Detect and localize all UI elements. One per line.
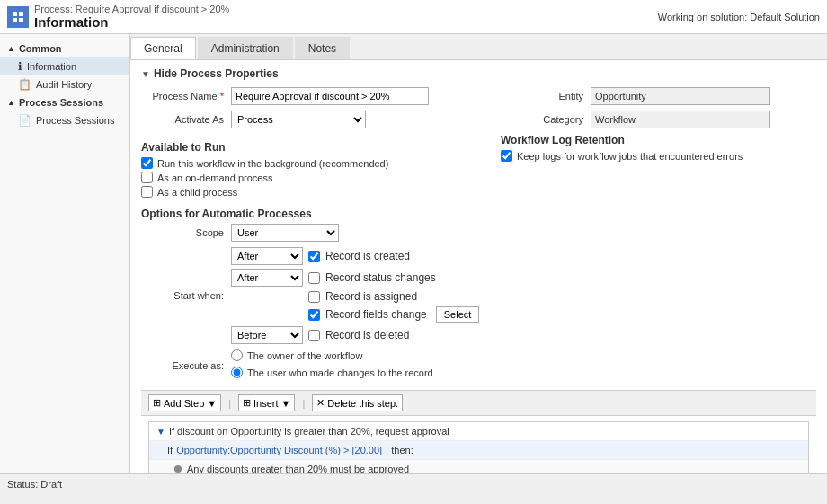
two-col-layout: Process Name Activate As Process Entity xyxy=(141,87,816,134)
header-working-on: Working on solution: Default Solution xyxy=(658,12,820,22)
start-when-row2: After Record status changes xyxy=(231,269,479,287)
scope-label: Scope xyxy=(141,227,231,238)
checkbox-on-demand[interactable] xyxy=(141,172,153,183)
checkbox-child[interactable] xyxy=(141,186,153,198)
retention-checkbox[interactable] xyxy=(501,150,512,162)
radio-user[interactable] xyxy=(231,367,243,378)
entity-value: Opportunity xyxy=(591,87,770,105)
checkbox-record-status[interactable] xyxy=(308,272,320,284)
record-status-label: Record status changes xyxy=(325,271,436,284)
insert-arrow: ▼ xyxy=(281,398,291,409)
record-deleted-label: Record is deleted xyxy=(325,329,409,341)
info-icon: ℹ xyxy=(18,60,22,73)
sub-step-row: Any discounts greater than 20% must be a… xyxy=(149,460,808,473)
add-step-icon: ⊞ xyxy=(153,397,161,409)
step-1-text: If discount on Opportunity is greater th… xyxy=(169,426,449,437)
hide-properties-label: Hide Process Properties xyxy=(154,67,279,80)
svg-rect-3 xyxy=(19,18,23,22)
select-button[interactable]: Select xyxy=(436,306,480,323)
before-select[interactable]: Before xyxy=(231,326,303,344)
step-1-collapse[interactable]: ▼ xyxy=(156,427,165,437)
category-value: Workflow xyxy=(591,111,770,128)
activate-as-select[interactable]: Process xyxy=(231,111,366,128)
available-to-run-title: Available to Run xyxy=(141,141,483,154)
sidebar-common-label: Common xyxy=(19,43,62,54)
after-select-1[interactable]: After xyxy=(231,247,303,265)
execute-owner-label: The owner of the workflow xyxy=(247,350,362,361)
retention-checkbox-row: Keep logs for workflow jobs that encount… xyxy=(501,150,816,162)
sidebar-item-information[interactable]: ℹ Information xyxy=(0,57,129,75)
step-2-suffix: , then: xyxy=(386,445,414,455)
start-when-row5: Before Record is deleted xyxy=(231,326,479,344)
step-2-link[interactable]: Opportunity:Opportunity Discount (%) > [… xyxy=(176,445,382,455)
sidebar-item-audit-history[interactable]: 📋 Audit History xyxy=(0,75,129,93)
svg-rect-0 xyxy=(13,12,17,16)
sidebar-process-sessions-label: Process Sessions xyxy=(19,97,103,108)
svg-rect-1 xyxy=(19,12,23,16)
toolbar-sep2: | xyxy=(302,398,305,409)
scope-select[interactable]: User xyxy=(231,224,339,242)
sidebar-sessions-label: Process Sessions xyxy=(36,115,114,126)
execute-as-row: Execute as: The owner of the workflow Th… xyxy=(141,349,816,381)
add-step-label: Add Step xyxy=(164,398,204,409)
category-label: Category xyxy=(501,114,591,125)
delete-step-button[interactable]: ✕ Delete this step. xyxy=(312,394,403,411)
header-icon xyxy=(7,6,29,28)
checkbox-record-created[interactable] xyxy=(308,251,320,262)
insert-button[interactable]: ⊞ Insert ▼ xyxy=(238,394,295,411)
process-name-input[interactable] xyxy=(231,87,429,105)
tab-notes[interactable]: Notes xyxy=(295,37,350,59)
execute-user-label: The user who made changes to the record xyxy=(247,367,433,378)
insert-icon: ⊞ xyxy=(243,397,251,409)
activate-as-row: Activate As Process xyxy=(141,111,483,128)
left-column: Process Name Activate As Process xyxy=(141,87,483,134)
add-step-button[interactable]: ⊞ Add Step ▼ xyxy=(148,394,221,411)
checkbox-background[interactable] xyxy=(141,157,153,169)
execute-user-row: The user who made changes to the record xyxy=(231,367,433,378)
tab-general[interactable]: General xyxy=(130,37,196,59)
sidebar-section-common: ▲ Common xyxy=(0,40,129,57)
hide-process-properties-header[interactable]: ▼ Hide Process Properties xyxy=(141,67,816,80)
execute-as-options: The owner of the workflow The user who m… xyxy=(231,349,433,381)
radio-owner[interactable] xyxy=(231,349,243,361)
checkbox-child-row: As a child process xyxy=(141,186,483,198)
add-step-arrow: ▼ xyxy=(207,398,217,409)
form-content: ▼ Hide Process Properties Process Name A… xyxy=(130,60,827,473)
start-when-row1: After Record is created xyxy=(231,247,479,265)
record-fields-label: Record fields change xyxy=(325,308,427,321)
header-titles: Process: Require Approval if discount > … xyxy=(34,4,229,30)
checkbox-on-demand-row: As an on-demand process xyxy=(141,172,483,183)
retention-section: Workflow Log Retention Keep logs for wor… xyxy=(501,134,816,200)
tab-administration[interactable]: Administration xyxy=(198,37,293,59)
checkbox-record-fields[interactable] xyxy=(308,309,320,321)
tabs: General Administration Notes xyxy=(130,34,827,60)
sidebar-item-process-sessions[interactable]: 📄 Process Sessions xyxy=(0,111,129,129)
sidebar: ▲ Common ℹ Information 📋 Audit History ▲… xyxy=(0,34,130,473)
status-text: Status: Draft xyxy=(7,479,62,490)
after-select-2[interactable]: After xyxy=(231,269,303,287)
step-row-2: If Opportunity:Opportunity Discount (%) … xyxy=(149,441,808,460)
record-assigned-label: Record is assigned xyxy=(325,290,417,303)
collapse-icon: ▼ xyxy=(141,69,150,79)
start-when-controls: After Record is created After Record sta… xyxy=(231,247,479,344)
dot-icon xyxy=(174,465,182,473)
checkbox-background-label: Run this workflow in the background (rec… xyxy=(157,158,388,169)
entity-row: Entity Opportunity xyxy=(501,87,816,105)
process-name-row: Process Name xyxy=(141,87,483,105)
delete-step-label: Delete this step. xyxy=(327,398,398,409)
checkbox-record-assigned[interactable] xyxy=(308,291,320,303)
header-process-name: Process: Require Approval if discount > … xyxy=(34,4,229,14)
workflow-toolbar: ⊞ Add Step ▼ | ⊞ Insert ▼ | ✕ Delete thi… xyxy=(141,390,816,416)
options-title: Options for Automatic Processes xyxy=(141,208,816,220)
step-row-1: ▼ If discount on Opportunity is greater … xyxy=(149,422,808,441)
toolbar-sep1: | xyxy=(228,398,231,409)
sidebar-section-process-sessions: ▲ Process Sessions xyxy=(0,93,129,111)
common-triangle: ▲ xyxy=(7,44,15,53)
delete-icon: ✕ xyxy=(316,397,325,409)
content-area: General Administration Notes ▼ Hide Proc… xyxy=(130,34,827,473)
sidebar-audit-label: Audit History xyxy=(36,79,92,90)
insert-label: Insert xyxy=(253,398,279,409)
audit-icon: 📋 xyxy=(18,78,31,91)
checkbox-record-deleted[interactable] xyxy=(308,330,320,341)
checkbox-child-label: As a child process xyxy=(157,187,237,198)
